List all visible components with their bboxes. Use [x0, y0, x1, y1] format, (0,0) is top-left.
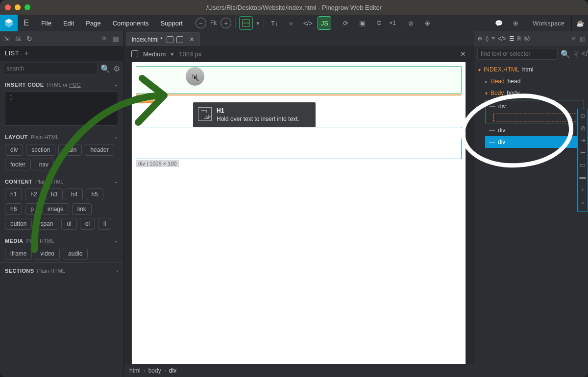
- selected-div-outline[interactable]: [136, 127, 462, 159]
- menu-page[interactable]: Page: [80, 20, 106, 27]
- filter-icon[interactable]: ⚙: [113, 64, 120, 73]
- close-viewport-icon[interactable]: ✕: [460, 50, 466, 58]
- target-icon[interactable]: ⊙: [580, 112, 586, 119]
- files-icon[interactable]: 🖶: [15, 35, 22, 43]
- code-tool-icon[interactable]: </>: [301, 17, 314, 29]
- viewport-size-icon[interactable]: [131, 50, 138, 57]
- device-alt-icon[interactable]: [176, 36, 183, 43]
- edit-mode-icon[interactable]: E: [18, 15, 35, 31]
- tag-span[interactable]: span: [35, 218, 58, 230]
- chevron-right-icon[interactable]: ›: [116, 268, 118, 274]
- preview-icon[interactable]: ▣: [356, 17, 368, 29]
- panel-layout-icon[interactable]: ▥: [113, 35, 119, 43]
- tab-index-html[interactable]: index.html * ✕: [126, 32, 200, 46]
- tag-image[interactable]: image: [42, 203, 69, 215]
- panel-layout-icon[interactable]: ▥: [580, 35, 585, 42]
- tag-header[interactable]: header: [85, 144, 114, 156]
- chevron-right-icon[interactable]: ›: [582, 186, 584, 193]
- js-tool-icon[interactable]: JS: [318, 17, 331, 29]
- target-div-outline[interactable]: [136, 66, 462, 94]
- tag-iframe[interactable]: iframe: [5, 248, 32, 259]
- tag-video[interactable]: video: [35, 248, 60, 259]
- box-top-icon[interactable]: ▭: [580, 161, 586, 168]
- magnify-icon[interactable]: ⊕: [509, 17, 522, 29]
- tree-div-dropzone[interactable]: — div: [485, 100, 584, 123]
- css-toggle-icon[interactable]: ⟠: [486, 35, 489, 42]
- crumb-div[interactable]: div: [169, 367, 176, 374]
- maximize-window-icon[interactable]: [24, 4, 30, 10]
- actions-icon[interactable]: ⎘: [517, 35, 521, 42]
- hide-icon[interactable]: ⊘: [580, 124, 586, 132]
- pinegrow-logo-icon[interactable]: [0, 15, 18, 31]
- viewport-label[interactable]: Medium: [143, 50, 166, 58]
- chat-icon[interactable]: 💬: [492, 17, 505, 29]
- traffic-lights[interactable]: [5, 4, 30, 10]
- selector-tool-icon[interactable]: ☟: [573, 49, 578, 59]
- tag-ul[interactable]: ul: [61, 218, 76, 230]
- code-icon[interactable]: </>: [581, 49, 588, 58]
- tag-nav[interactable]: nav: [34, 159, 54, 170]
- tag-ol[interactable]: ol: [80, 218, 95, 230]
- close-window-icon[interactable]: [5, 4, 11, 10]
- tag-section[interactable]: section: [26, 144, 55, 156]
- zoom-in-icon[interactable]: +: [220, 18, 231, 28]
- coffee-icon[interactable]: ☕: [571, 15, 588, 31]
- tree-div-selected[interactable]: — div 🗑: [485, 136, 588, 148]
- box-bottom-icon[interactable]: ▬: [580, 173, 586, 181]
- tag-audio[interactable]: audio: [63, 248, 88, 259]
- tag-p[interactable]: p: [25, 203, 39, 215]
- code-input[interactable]: 1: [5, 92, 118, 126]
- tag-button[interactable]: button: [5, 218, 32, 230]
- tree-div-2[interactable]: — div: [474, 124, 588, 136]
- css-settings-icon[interactable]: ⚙: [477, 35, 483, 42]
- tag-footer[interactable]: footer: [5, 159, 31, 170]
- align-icon[interactable]: ⊢: [580, 149, 586, 156]
- add-icon[interactable]: +: [24, 49, 29, 58]
- device-icon[interactable]: [167, 36, 173, 43]
- globe-icon[interactable]: ⊕: [421, 17, 434, 29]
- chevron-down-icon[interactable]: ▾: [256, 20, 260, 27]
- tree-div-1[interactable]: div: [498, 103, 506, 110]
- canvas[interactable]: Append div | 1008 × 100 h1 ↖ H1 Hold ove…: [131, 62, 466, 364]
- eye-icon[interactable]: 👁: [571, 35, 577, 42]
- tree-root[interactable]: ▾ INDEX.HTML html: [474, 64, 588, 75]
- crumb-body[interactable]: body: [148, 367, 161, 374]
- zoom-out-icon[interactable]: −: [196, 18, 206, 28]
- menu-file[interactable]: File: [35, 20, 57, 27]
- pug-link[interactable]: PUG: [69, 82, 81, 88]
- history-icon[interactable]: ↻: [26, 35, 32, 43]
- close-tab-icon[interactable]: ✕: [189, 36, 195, 43]
- tag-h6[interactable]: h6: [5, 203, 22, 215]
- search-icon[interactable]: 🔍: [100, 64, 110, 73]
- tag-h2[interactable]: h2: [25, 188, 42, 200]
- tag-li[interactable]: li: [98, 218, 111, 230]
- minimize-window-icon[interactable]: [15, 4, 21, 10]
- tag-main[interactable]: main: [58, 144, 82, 156]
- chevron-down-icon[interactable]: ⌄: [114, 81, 118, 88]
- fit-label[interactable]: Fit: [210, 20, 217, 26]
- workspace-button[interactable]: Workspace: [526, 15, 571, 31]
- eye-icon[interactable]: 👁: [101, 35, 108, 43]
- search-icon[interactable]: 🔍: [561, 49, 570, 59]
- tag-h5[interactable]: h5: [86, 188, 103, 200]
- css-rules-icon[interactable]: ≡: [491, 35, 495, 42]
- tree-icon[interactable]: ☰: [509, 35, 514, 42]
- chevron-down-icon[interactable]: ⌄: [114, 178, 118, 185]
- move-into-icon[interactable]: ⇥: [580, 137, 586, 144]
- chevron-down-icon[interactable]: ⌄: [114, 134, 118, 140]
- library-icon[interactable]: ⇲: [4, 35, 10, 43]
- crumb-html[interactable]: html: [129, 367, 141, 374]
- library-search-input[interactable]: [3, 63, 98, 74]
- text-tool-icon[interactable]: T↓: [268, 17, 281, 29]
- tree-body[interactable]: ▾ Body body: [474, 87, 588, 99]
- tree-head[interactable]: ▸ Head head: [474, 75, 588, 87]
- tag-h1[interactable]: h1: [5, 188, 22, 200]
- menu-support[interactable]: Support: [154, 20, 189, 27]
- tree-search-input[interactable]: [477, 48, 558, 60]
- tag-h3[interactable]: h3: [46, 188, 63, 200]
- chevron-down-icon[interactable]: ⌄: [580, 198, 586, 205]
- menu-components[interactable]: Components: [107, 20, 155, 27]
- element-tool-icon[interactable]: ⟐: [285, 17, 297, 29]
- new-view-icon[interactable]: ⧉: [372, 17, 385, 29]
- tag-h4[interactable]: h4: [66, 188, 83, 200]
